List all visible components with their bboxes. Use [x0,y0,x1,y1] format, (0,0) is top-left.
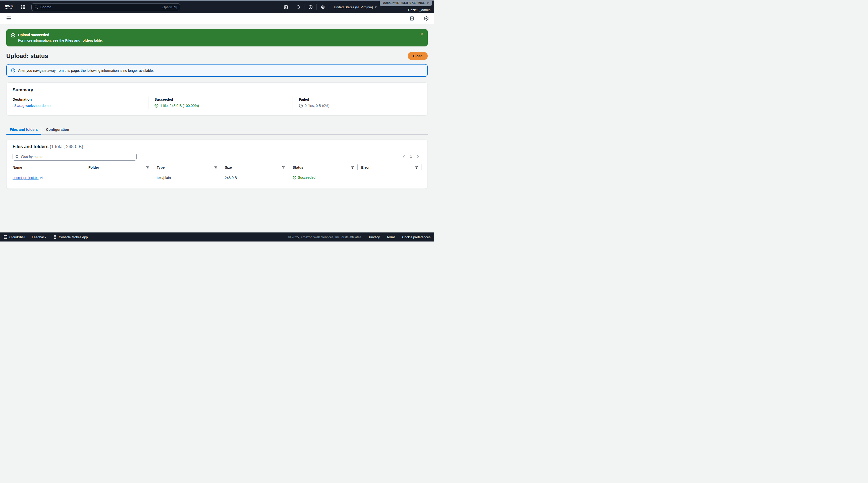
footer-cookie-preferences-link[interactable]: Cookie preferences [402,235,431,239]
find-by-name-input[interactable] [21,155,134,159]
failed-label: Failed [299,97,415,101]
filter-funnel-icon[interactable] [282,166,285,169]
current-page-number[interactable]: 1 [410,155,412,159]
cell-status: Succeeded [289,172,358,184]
flash-description-prefix: For more information, see the [18,38,65,42]
success-check-circle-icon [11,33,15,38]
filter-funnel-icon[interactable] [146,166,149,169]
filter-funnel-icon[interactable] [214,166,217,169]
pagination: 1 [402,155,420,159]
status-badge: Succeeded [298,175,315,180]
top-navigation-bar: aws [Option+S] [0,1,434,13]
notifications-button[interactable] [294,2,302,12]
column-header-status: Status [289,163,358,172]
mobile-app-icon [53,235,57,239]
feedback-label: Feedback [32,235,46,239]
copyright-text: © 2025, Amazon Web Services, Inc. or its… [288,235,363,239]
column-label: Size [225,165,232,169]
summary-failed: Failed 0 files, 0 B (0%) [292,97,422,109]
help-button[interactable]: ? [306,2,315,12]
global-search-box[interactable]: [Option+S] [31,3,180,11]
account-id-badge[interactable]: Account ID: 6331-0730-6944 [380,0,432,6]
summary-succeeded: Succeeded 1 file, 248.0 B (100.00%) [148,97,292,109]
tab-configuration[interactable]: Configuration [42,125,72,134]
search-shortcut-hint: [Option+S] [161,5,177,9]
table-header-row: Name Folder Type Size Status Error [12,163,422,172]
table-row: secret-project.txt - text/plain 248.0 B [12,172,422,184]
footer-feedback-link[interactable]: Feedback [32,235,46,239]
footer-cloudshell-link[interactable]: CloudShell [3,235,25,239]
column-label: Folder [88,165,99,169]
main-content: Upload succeeded For more information, s… [0,29,434,189]
files-controls: 1 [12,153,422,161]
footer-right-group: © 2025, Amazon Web Services, Inc. or its… [288,235,431,239]
column-label: Status [292,165,303,169]
info-alert-text: After you navigate away from this page, … [18,68,154,72]
cell-folder: - [85,172,153,184]
cloudshell-terminal-icon [3,235,7,239]
region-selector[interactable]: United States (N. Virginia) [331,5,380,9]
secondary-toolbar [0,13,434,24]
destination-link[interactable]: s3://rag-workshop-demo [12,104,51,108]
close-page-button[interactable]: Close [408,52,428,60]
find-by-name-box[interactable] [12,153,136,161]
account-id-label: Account ID: 6331-0730-6944 [383,1,425,5]
footer-privacy-link[interactable]: Privacy [369,235,380,239]
page-header: Upload: status Close [6,52,428,60]
close-icon: ✕ [420,32,423,36]
cloudshell-nav-button[interactable] [282,2,290,12]
chevron-left-icon [402,155,406,159]
files-card-header: Files and folders (1 total, 248.0 B) [12,144,422,149]
flash-message: Upload succeeded For more information, s… [18,32,103,43]
next-page-button[interactable] [416,155,420,159]
cell-name: secret-project.txt [12,172,85,184]
apps-grid-icon [21,5,25,9]
info-alert: After you navigate away from this page, … [6,64,428,77]
settings-button[interactable] [318,2,327,12]
tab-files-and-folders[interactable]: Files and folders [6,125,41,134]
summary-grid: Destination s3://rag-workshop-demo Succe… [12,97,422,109]
success-check-circle-icon [154,104,158,108]
side-menu-toggle[interactable] [6,17,11,20]
nav-divider [316,4,317,10]
column-header-error: Error [358,163,422,172]
toolbar-right-group [407,13,431,24]
files-and-folders-card: Files and folders (1 total, 248.0 B) [6,139,428,189]
flash-close-button[interactable]: ✕ [420,32,423,36]
mobile-app-label: Console Mobile App [59,235,88,239]
upload-success-flashbar: Upload succeeded For more information, s… [6,29,428,46]
username-menu[interactable]: Daziel2_admin [408,8,431,12]
previous-page-button[interactable] [402,155,406,159]
filter-funnel-icon[interactable] [351,166,354,169]
cloudshell-terminal-icon [284,5,288,9]
column-header-size: Size [221,163,289,172]
gear-icon [321,5,325,9]
nav-divider [292,4,292,10]
success-check-circle-icon [292,176,297,180]
summary-card: Summary Destination s3://rag-workshop-de… [6,82,428,116]
filter-funnel-icon[interactable] [415,166,418,169]
services-menu-button[interactable] [19,2,27,12]
aws-logo[interactable]: aws [4,4,13,10]
svg-text:?: ? [310,5,311,8]
files-table: Name Folder Type Size Status Error [12,163,422,184]
column-header-folder: Folder [85,163,153,172]
summary-title: Summary [12,87,422,93]
amazon-q-panel-button[interactable] [422,13,431,24]
files-card-title: Files and folders [12,144,49,149]
tutorials-panel-button[interactable] [407,13,416,24]
column-label: Error [361,165,370,169]
bell-icon [296,5,300,9]
cell-error: - [358,172,422,184]
footer-terms-link[interactable]: Terms [386,235,395,239]
cell-type: text/plain [153,172,221,184]
flash-description-suffix: table. [93,38,103,42]
chevron-down-icon [427,2,429,4]
column-label: Type [157,165,165,169]
footer-mobile-app-link[interactable]: Console Mobile App [53,235,88,239]
column-header-type: Type [153,163,221,172]
file-name-link[interactable]: secret-project.txt [12,176,43,180]
failed-value: 0 files, 0 B (0%) [305,104,330,108]
cloudshell-label: CloudShell [9,235,25,239]
global-search-input[interactable] [40,5,159,9]
